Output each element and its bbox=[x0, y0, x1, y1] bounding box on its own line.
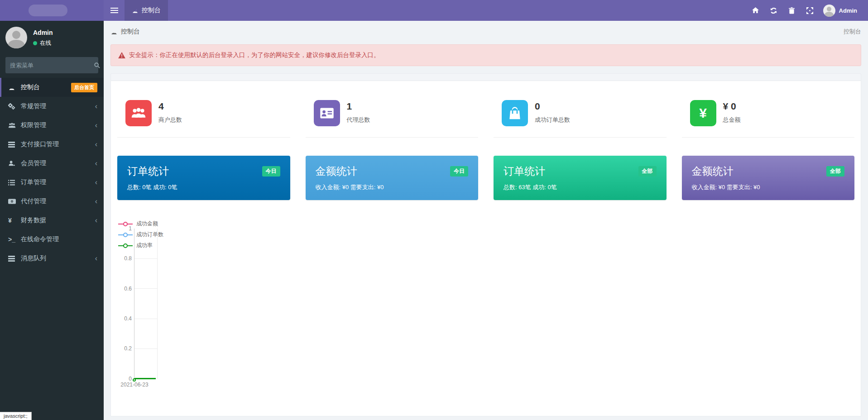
y-axis-tick: 0.4 bbox=[117, 315, 132, 322]
stat-value: 0 bbox=[535, 101, 570, 112]
stat-success-orders: 0 成功订单总数 bbox=[494, 93, 667, 138]
search-icon[interactable] bbox=[94, 62, 100, 68]
navbar-right: Admin bbox=[748, 0, 868, 21]
cogs-icon bbox=[8, 103, 21, 110]
sidebar-search bbox=[5, 57, 98, 73]
summary-card-orders-today: 订单统计 今日 总数: 0笔 成功: 0笔 bbox=[117, 156, 290, 200]
browser-status-bar: javascript:; bbox=[0, 412, 32, 420]
users-icon bbox=[125, 100, 152, 126]
legend-item-success-rate[interactable]: 成功率 bbox=[118, 242, 163, 249]
sidebar-item-permissions[interactable]: 权限管理 ‹ bbox=[0, 116, 104, 135]
legend-label: 成功率 bbox=[136, 242, 153, 249]
chart-legend: 成功金额 成功订单数 成功率 bbox=[118, 220, 163, 253]
top-navbar: 控制台 bbox=[0, 0, 868, 21]
refresh-icon[interactable] bbox=[766, 0, 782, 21]
security-alert: 安全提示：你正在使用默认的后台登录入口，为了你的网站安全，建议你修改后台登录入口… bbox=[110, 44, 861, 66]
yen-icon: ¥ bbox=[690, 100, 716, 126]
card-title: 金额统计 bbox=[316, 164, 357, 178]
y-axis-tick: 0.8 bbox=[117, 255, 132, 262]
sidebar-user-name: Admin bbox=[33, 29, 53, 36]
navbar-user-name: Admin bbox=[839, 7, 857, 14]
breadcrumb-current: 控制台 bbox=[844, 28, 861, 36]
stat-value: 4 bbox=[158, 101, 182, 112]
sidebar-item-orders[interactable]: 订单管理 ‹ bbox=[0, 173, 104, 192]
breadcrumb: 控制台 控制台 bbox=[110, 23, 861, 41]
stat-merchants: 4 商户总数 bbox=[117, 93, 290, 138]
id-card-icon bbox=[314, 100, 340, 126]
chevron-left-icon: ‹ bbox=[95, 198, 97, 205]
sidebar-item-general[interactable]: 常规管理 ‹ bbox=[0, 97, 104, 116]
chevron-left-icon: ‹ bbox=[95, 141, 97, 148]
sidebar-item-dashboard[interactable]: 控制台 后台首页 bbox=[0, 78, 104, 97]
card-subtitle: 收入金额: ¥0 需要支出: ¥0 bbox=[316, 183, 469, 191]
sidebar: Admin 在线 控制台 后台首页 bbox=[0, 21, 104, 420]
sidebar-item-label: 支付接口管理 bbox=[21, 140, 95, 148]
sidebar-item-label: 消息队列 bbox=[21, 254, 95, 262]
online-status-dot bbox=[33, 41, 37, 45]
avatar bbox=[823, 5, 835, 17]
gauge-icon bbox=[8, 85, 21, 91]
user-menu[interactable]: Admin bbox=[820, 5, 860, 17]
bars-icon bbox=[8, 256, 21, 262]
nav-tab-dashboard[interactable]: 控制台 bbox=[125, 0, 168, 21]
sidebar-toggle-button[interactable] bbox=[104, 0, 125, 21]
home-icon[interactable] bbox=[748, 0, 763, 21]
list-icon bbox=[8, 180, 21, 186]
legend-item-success-amount[interactable]: 成功金额 bbox=[118, 220, 163, 228]
home-badge: 后台首页 bbox=[71, 83, 97, 92]
card-subtitle: 总数: 63笔 成功: 0笔 bbox=[504, 183, 657, 191]
legend-item-success-orders[interactable]: 成功订单数 bbox=[118, 231, 163, 239]
card-subtitle: 收入金额: ¥0 需要支出: ¥0 bbox=[692, 183, 845, 191]
sidebar-item-payment-api[interactable]: 支付接口管理 ‹ bbox=[0, 135, 104, 154]
sidebar-item-members[interactable]: 会员管理 ‹ bbox=[0, 154, 104, 173]
users-icon bbox=[8, 123, 21, 129]
nav-tab-label: 控制台 bbox=[142, 6, 161, 14]
line-marker-icon bbox=[118, 221, 133, 227]
gauge-icon bbox=[132, 8, 139, 14]
search-input[interactable] bbox=[5, 62, 94, 69]
stat-label: 代理总数 bbox=[347, 116, 370, 124]
stat-label: 总金额 bbox=[723, 116, 741, 124]
money-icon bbox=[8, 199, 21, 204]
breadcrumb-title: 控制台 bbox=[121, 28, 140, 36]
panel-body: 4 商户总数 1 bbox=[110, 81, 861, 416]
chevron-left-icon: ‹ bbox=[95, 179, 97, 186]
sidebar-item-online-commands[interactable]: >_ 在线命令管理 bbox=[0, 230, 104, 249]
sidebar-item-label: 在线命令管理 bbox=[21, 235, 104, 243]
dashboard-panel: 4 商户总数 1 bbox=[110, 73, 861, 416]
card-badge: 今日 bbox=[262, 166, 280, 177]
fullscreen-icon[interactable] bbox=[802, 0, 818, 21]
trash-icon[interactable] bbox=[784, 0, 800, 21]
stats-row: 4 商户总数 1 bbox=[117, 93, 854, 138]
user-icon bbox=[8, 161, 21, 167]
y-axis-tick: 0 bbox=[117, 376, 132, 382]
card-title: 订单统计 bbox=[504, 164, 545, 178]
sidebar-item-message-queue[interactable]: 消息队列 ‹ bbox=[0, 249, 104, 268]
data-point-marker bbox=[133, 378, 136, 382]
sidebar-user-status: 在线 bbox=[33, 39, 53, 47]
card-badge: 今日 bbox=[450, 166, 468, 177]
stat-value: ¥ 0 bbox=[723, 101, 741, 112]
terminal-icon: >_ bbox=[8, 236, 21, 243]
stat-total-amount: ¥ ¥ 0 总金额 bbox=[682, 93, 855, 138]
sidebar-user-panel: Admin 在线 bbox=[0, 21, 104, 54]
avatar bbox=[5, 27, 27, 48]
sidebar-item-label: 权限管理 bbox=[21, 121, 95, 129]
x-axis-label: 2021-06-23 bbox=[119, 382, 150, 388]
warning-icon bbox=[118, 52, 125, 58]
stat-label: 商户总数 bbox=[158, 116, 182, 124]
card-badge: 全部 bbox=[826, 166, 844, 177]
sidebar-item-payouts[interactable]: 代付管理 ‹ bbox=[0, 192, 104, 211]
card-badge: 全部 bbox=[638, 166, 657, 177]
sidebar-menu: 控制台 后台首页 常规管理 ‹ bbox=[0, 78, 104, 268]
chevron-left-icon: ‹ bbox=[95, 255, 97, 262]
logo-area bbox=[0, 0, 104, 21]
sidebar-item-finance[interactable]: ¥ 财务数据 ‹ bbox=[0, 211, 104, 230]
chevron-left-icon: ‹ bbox=[95, 103, 97, 110]
card-title: 订单统计 bbox=[127, 164, 169, 178]
panel-heading bbox=[110, 73, 861, 81]
sidebar-item-label: 订单管理 bbox=[21, 178, 95, 186]
success-rate-series-line bbox=[134, 378, 156, 379]
y-axis-tick: 0.2 bbox=[117, 345, 132, 352]
y-axis-tick: 0.6 bbox=[117, 286, 132, 292]
